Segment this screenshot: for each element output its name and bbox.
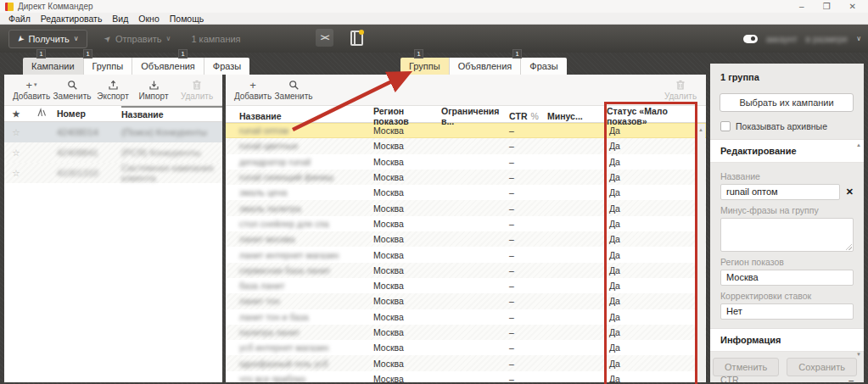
send-button[interactable]: ➤ Отправить ∨ — [96, 30, 180, 48]
resize-handle-icon[interactable] — [845, 243, 852, 250]
group-region: Москва — [373, 125, 441, 136]
get-button[interactable]: ➤ Получить ∨ — [8, 30, 87, 48]
group-row[interactable]: ланит москваМосква–Да — [226, 231, 706, 247]
star-column-icon[interactable]: ★ — [4, 109, 28, 119]
replace-button[interactable]: Заменить — [52, 75, 92, 104]
menu-edit[interactable]: Редактировать — [36, 14, 108, 24]
plus-icon: + — [249, 79, 256, 91]
close-button[interactable]: ✕ — [849, 2, 856, 11]
tab-groups[interactable]: Группы — [84, 58, 133, 75]
tab-ads[interactable]: Объявления — [132, 58, 204, 75]
toggle-icon[interactable] — [743, 35, 758, 43]
group-row[interactable]: сервисная база ланитМосква–Да — [226, 263, 706, 278]
cancel-button[interactable]: Отменить — [713, 358, 779, 376]
column-number[interactable]: Номер — [57, 109, 121, 119]
clear-icon[interactable]: ✕ — [846, 186, 854, 198]
group-row[interactable]: эмаль палитраМосква–Да — [226, 200, 706, 215]
group-region: Москва — [373, 265, 441, 275]
select-their-campaigns-button[interactable]: Выбрать их кампании — [720, 93, 854, 112]
name-input[interactable]: runail оптом — [720, 184, 840, 200]
minus-phrases-textarea[interactable] — [720, 218, 854, 252]
checkbox-icon[interactable] — [720, 121, 731, 131]
add-button[interactable]: +▾ Добавить — [11, 75, 52, 104]
column-ctr[interactable]: CTR% — [509, 111, 547, 121]
column-limits[interactable]: Ограничения в... — [441, 106, 509, 126]
column-minus[interactable]: Минус... — [547, 111, 607, 121]
tab-ads-center[interactable]: Объявления — [450, 58, 522, 75]
group-row[interactable]: ланит интернет магазинМосква–Да — [226, 247, 706, 262]
menu-file[interactable]: Файл — [3, 14, 36, 24]
tab-badge: 1 — [178, 49, 188, 58]
bids-input[interactable]: Нет — [720, 303, 854, 320]
menu-view[interactable]: Вид — [107, 14, 133, 24]
ctr-unit: % — [531, 111, 539, 121]
campaign-table-header: ★ Номер Название — [4, 106, 222, 122]
bids-field-label: Корректировки ставок — [720, 291, 854, 301]
group-region: Москва — [373, 250, 441, 260]
star-icon[interactable]: ☆ — [4, 168, 28, 179]
group-name-redacted: эмаль палитра — [226, 203, 373, 214]
campaign-row[interactable]: ☆42408841(РСЯ) Конкуренты — [4, 142, 222, 163]
import-button[interactable]: Импорт — [133, 75, 174, 104]
export-button[interactable]: Экспорт — [92, 75, 133, 104]
scroll-up-icon[interactable]: ▲ — [698, 127, 703, 132]
group-row[interactable]: ланит тонМосква–Да — [226, 293, 706, 309]
vertical-scrollbar[interactable]: ▲ — [697, 124, 705, 382]
scroll-down-icon[interactable]: ▼ — [856, 352, 861, 357]
scroll-up-icon[interactable]: ▲ — [856, 142, 861, 147]
group-row[interactable]: дегидратор runailМосква–Да — [226, 154, 706, 170]
group-row[interactable]: стол снейлер для спаМосква–Да — [226, 216, 706, 231]
maximize-button[interactable]: ❐ — [823, 2, 831, 11]
campaign-name-redacted: (Поиск) Конкуренты — [121, 127, 222, 137]
group-ctr: – — [509, 296, 547, 306]
state-column-icon[interactable] — [28, 108, 57, 120]
tab-campaigns[interactable]: Кампании — [23, 58, 84, 75]
add-button[interactable]: + Добавить — [232, 75, 273, 104]
column-status[interactable]: Статус «Мало показов» — [607, 106, 706, 126]
campaign-row[interactable]: ☆41001310Системная кампания клиента — [4, 163, 222, 183]
group-row[interactable]: что все приблизМосква–Да — [226, 371, 706, 382]
info-section-title: Информация — [710, 328, 864, 352]
group-row[interactable]: палитра ланитМосква–Да — [226, 325, 706, 340]
group-row[interactable]: база ланитМосква–Да — [226, 278, 706, 293]
group-row[interactable]: runail цветныеМосква–Да — [226, 138, 706, 153]
region-input[interactable]: Москва — [720, 270, 854, 286]
group-row[interactable]: однофазный гель усбМосква–Да — [226, 355, 706, 370]
column-name[interactable]: Название — [226, 111, 373, 121]
group-row[interactable]: ланит тон и базаМосква–Да — [226, 309, 706, 325]
tab-groups-center[interactable]: Группы — [400, 58, 450, 75]
group-region: Москва — [373, 234, 441, 244]
star-icon[interactable]: ☆ — [4, 127, 28, 138]
group-status: Да — [607, 234, 706, 244]
main-toolbar: ➤ Получить ∨ ➤ Отправить ∨ 1 кампания ><… — [0, 25, 868, 53]
save-button[interactable]: Сохранить — [787, 358, 857, 376]
replace-button[interactable]: Заменить — [273, 75, 314, 104]
delete-button[interactable]: Удалить — [660, 75, 701, 104]
collapse-panels-button[interactable]: >< — [316, 29, 333, 47]
group-ctr: – — [509, 187, 547, 198]
star-icon[interactable]: ☆ — [4, 147, 28, 159]
group-status: Да — [607, 281, 706, 291]
tab-phrases-center[interactable]: Фразы — [521, 58, 566, 75]
chevron-down-icon[interactable]: ∨ — [856, 35, 861, 42]
column-region[interactable]: Регион показов — [373, 106, 441, 126]
minus-phrases-label: Минус-фразы на группу — [720, 205, 854, 215]
group-region: Москва — [373, 342, 441, 353]
group-ctr: – — [509, 125, 547, 136]
group-name-redacted: runail оптом — [226, 125, 373, 136]
menu-help[interactable]: Помощь — [165, 14, 210, 24]
show-archived-row[interactable]: Показывать архивные — [720, 121, 854, 131]
show-archived-label: Показывать архивные — [736, 121, 827, 131]
group-row[interactable]: усб интернет магазинМосква–Да — [226, 340, 706, 355]
group-row[interactable]: эмаль ценаМосква–Да — [226, 185, 706, 200]
group-region: Москва — [373, 359, 441, 369]
trash-icon — [192, 79, 202, 91]
menu-window[interactable]: Окно — [133, 14, 164, 24]
delete-button[interactable]: Удалить — [176, 75, 217, 104]
notebook-icon[interactable] — [350, 31, 363, 46]
window-title: Директ Коммандер — [18, 2, 93, 11]
minimize-button[interactable]: – — [799, 2, 804, 11]
campaign-row[interactable]: ☆42408014(Поиск) Конкуренты — [4, 122, 222, 142]
column-name[interactable]: Название — [121, 106, 222, 121]
group-row[interactable]: runail сияющий финишМосква–Да — [226, 170, 706, 185]
